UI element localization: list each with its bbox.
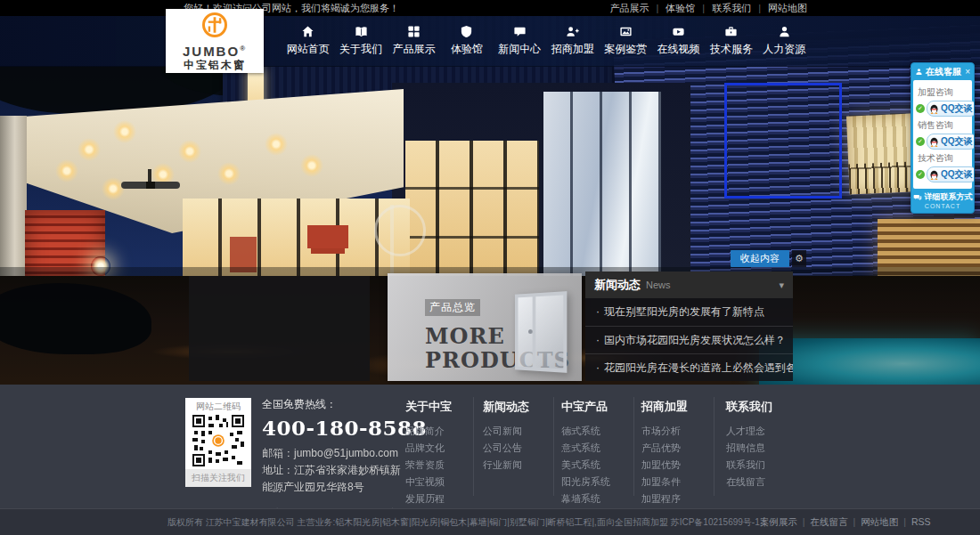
footer-contact: 全国免费热线： 400-180-8588 邮箱：jumbo@51jumbo.co…	[262, 397, 409, 522]
chat-bubbles-icon	[913, 193, 922, 202]
footer-divider	[633, 397, 634, 496]
online-status-icon: ✓	[916, 104, 925, 113]
book-icon	[355, 25, 368, 38]
nav-item-home[interactable]: 网站首页	[282, 16, 334, 66]
video-icon	[672, 25, 685, 38]
footer-link[interactable]: 德式系统	[561, 423, 636, 440]
qq-chat-button[interactable]: QQ交谈	[927, 101, 975, 117]
footer-link[interactable]: 行业新闻	[483, 457, 558, 474]
bottom-bar: 版权所有 江苏中宝建材有限公司 主营业务:铝木阳光房|铝木窗|阳光房|铜包木|幕…	[0, 508, 980, 535]
topbar-link-sitemap[interactable]: 网站地图	[751, 2, 807, 15]
nav-item-cases[interactable]: 案例鉴赏	[599, 16, 651, 66]
qq-chat-button[interactable]: QQ交谈	[927, 134, 975, 150]
hero-ceiling-fan	[121, 182, 180, 189]
logo-subtitle: 中宝铝木窗	[166, 58, 264, 73]
contact-address: 地址：江苏省张家港妙桥镇新能源产业园兄华路8号	[262, 462, 409, 496]
nav-item-hr[interactable]: 人力资源	[758, 16, 811, 66]
footer-link[interactable]: 市场分析	[641, 423, 716, 440]
news-item[interactable]: 花园阳光房在漫长的道路上必然会遇到各种挑战	[585, 353, 793, 381]
chat-icon	[513, 25, 527, 38]
footer-link[interactable]: 中宝视频	[405, 474, 480, 490]
bottom-links: 案例展示 在线留言 网站地图 RSS	[760, 516, 931, 529]
topbar-link-experience[interactable]: 体验馆	[649, 2, 695, 15]
nav-item-videos[interactable]: 在线视频	[652, 16, 705, 66]
footer-link[interactable]: 幕墙系统	[561, 490, 636, 507]
service-footer-label: 详细联系方式	[925, 191, 973, 203]
qr-caption[interactable]: 扫描关注我们	[185, 469, 251, 487]
gear-icon[interactable]: ⚙	[792, 250, 806, 267]
footer-link[interactable]: 品牌简介	[405, 423, 480, 440]
service-group-label: 加盟咨询	[918, 86, 969, 99]
nav-item-experience[interactable]: 体验馆	[440, 16, 493, 66]
contact-email: 邮箱：jumbo@51jumbo.com	[262, 445, 409, 462]
user-icon	[915, 68, 923, 76]
hotline-label: 全国免费热线：	[262, 397, 409, 412]
photo-icon	[619, 25, 633, 38]
footer-link[interactable]: 公司新闻	[483, 423, 558, 440]
logo-brand: JUMBO®	[166, 42, 264, 58]
online-status-icon: ✓	[916, 137, 925, 146]
nav-item-tech-service[interactable]: 技术服务	[705, 16, 757, 66]
footer-link[interactable]: 公司公告	[483, 440, 558, 457]
page: 您好！欢迎访问公司网站，我们将竭诚为您服务！ 产品展示 体验馆 联系我们 网站地…	[0, 0, 980, 535]
service-group-row: ✓ QQ交谈	[916, 166, 969, 182]
more-products-panel[interactable]: 产品总览 MORE PRODUCTS	[388, 273, 582, 381]
nav-item-about[interactable]: 关于我们	[334, 16, 387, 66]
main-nav: JUMBO® 中宝铝木窗 网站首页 关于我们 产品展示 体验馆	[0, 16, 980, 67]
footer-link[interactable]: 荣誉资质	[405, 457, 480, 474]
footer-link[interactable]: 招聘信息	[726, 440, 801, 457]
qq-penguin-icon	[929, 137, 939, 147]
footer-link[interactable]: 加盟程序	[641, 490, 716, 507]
footer-column-contact: 联系我们 人才理念 招聘信息 联系我们 在线留言	[726, 399, 801, 490]
service-header: 在线客服 ×	[911, 63, 974, 80]
footer-divider	[714, 397, 715, 496]
qq-penguin-icon	[929, 104, 939, 114]
close-icon[interactable]: ×	[965, 68, 970, 77]
news-item[interactable]: 现在别墅阳光房的发展有了新特点	[585, 298, 793, 326]
bottom-link-rss[interactable]: RSS	[898, 516, 930, 529]
qr-code-box: 网站二维码	[185, 398, 251, 487]
news-header: 新闻动态 News ▾	[585, 272, 793, 298]
bottom-link-cases[interactable]: 案例展示	[760, 516, 797, 529]
footer-column-products: 中宝产品 德式系统 意式系统 美式系统 阳光房系统 幕墙系统 断桥铝系统	[561, 399, 636, 524]
online-service-panel: 在线客服 × 加盟咨询 ✓ QQ交谈 销售咨询 ✓ QQ交谈 技术咨询	[911, 62, 975, 214]
chevron-down-icon[interactable]: ▾	[779, 280, 784, 291]
footer-link[interactable]: 加盟优势	[641, 457, 716, 474]
footer-link[interactable]: 产品优势	[641, 440, 716, 457]
qq-chat-button[interactable]: QQ交谈	[927, 166, 975, 182]
service-group-label: 销售咨询	[918, 119, 969, 132]
user-plus-icon	[566, 25, 579, 38]
online-status-icon: ✓	[916, 170, 925, 179]
footer-link[interactable]: 在线留言	[726, 474, 801, 490]
user-icon	[778, 25, 791, 38]
nav-item-news[interactable]: 新闻中心	[494, 16, 546, 66]
nav-item-products[interactable]: 产品展示	[388, 16, 440, 66]
footer-link[interactable]: 人才理念	[726, 423, 801, 440]
news-title: 新闻动态	[594, 277, 641, 293]
news-panel: 新闻动态 News ▾ 现在别墅阳光房的发展有了新特点 国内市场花园阳光房发展状…	[585, 272, 793, 381]
collapse-content-button[interactable]: 收起内容	[731, 250, 789, 267]
bottom-link-sitemap[interactable]: 网站地图	[847, 516, 898, 529]
footer-link[interactable]: 品牌文化	[405, 440, 480, 457]
service-group-row: ✓ QQ交谈	[916, 101, 969, 117]
news-item[interactable]: 国内市场花园阳光房发展状况怎么样？	[585, 326, 793, 353]
logo[interactable]: JUMBO® 中宝铝木窗	[166, 9, 264, 73]
nav-item-franchise[interactable]: 招商加盟	[546, 16, 599, 66]
footer-link[interactable]: 发展历程	[405, 490, 480, 507]
footer-link[interactable]: 阳光房系统	[561, 474, 636, 490]
footer-link[interactable]: 联系我们	[726, 457, 801, 474]
logo-emblem-icon	[201, 12, 228, 38]
topbar-link-contact[interactable]: 联系我们	[695, 2, 751, 15]
service-group-label: 技术咨询	[918, 152, 969, 165]
service-contact-footer[interactable]: 详细联系方式 CONTACT	[911, 189, 974, 213]
footer-link[interactable]: 美式系统	[561, 457, 636, 474]
topbar-link-products[interactable]: 产品展示	[609, 2, 649, 15]
footer-link[interactable]: 加盟条件	[641, 474, 716, 490]
shield-icon	[460, 25, 473, 38]
bottom-link-message[interactable]: 在线留言	[797, 516, 848, 529]
footer-link[interactable]: 意式系统	[561, 440, 636, 457]
products-tag: 产品总览	[425, 299, 480, 316]
footer-divider	[473, 397, 474, 496]
service-footer-sub: CONTACT	[911, 203, 974, 209]
window-graphic	[515, 291, 567, 373]
